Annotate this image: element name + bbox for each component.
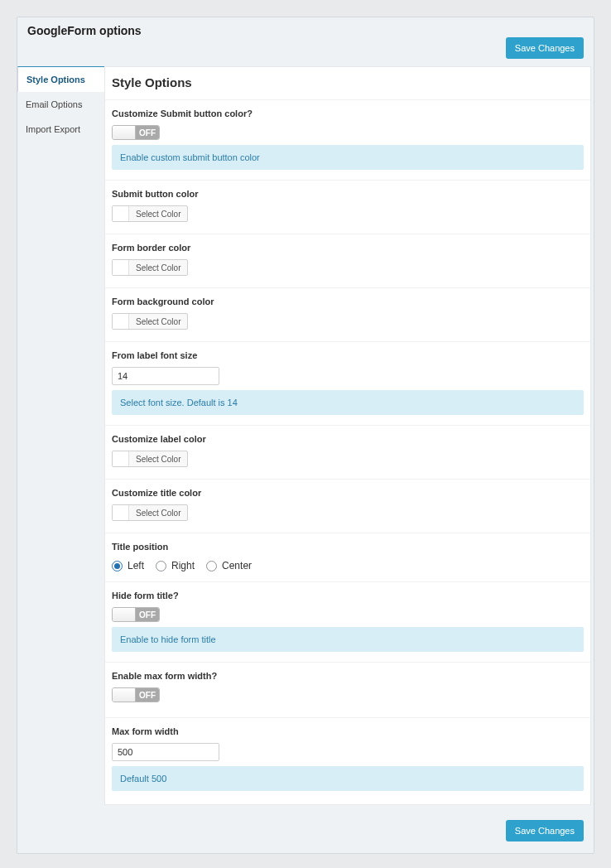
toggle-hide-title[interactable]: OFF — [112, 607, 160, 622]
label-title-position: Title position — [112, 542, 584, 552]
toggle-handle — [113, 126, 136, 139]
label-enable-max-width: Enable max form width? — [112, 671, 584, 681]
settings-tabs: Style Options Email Options Import Expor… — [17, 66, 104, 805]
tab-email-options[interactable]: Email Options — [17, 92, 104, 117]
select-color-label: Select Color — [129, 451, 187, 466]
color-swatch — [113, 505, 129, 520]
toggle-handle — [113, 608, 136, 621]
select-color-label: Select Color — [129, 505, 187, 520]
tab-style-options[interactable]: Style Options — [17, 66, 104, 92]
color-swatch — [113, 206, 129, 221]
label-max-width: Max form width — [112, 726, 584, 736]
radio-title-center[interactable]: Center — [206, 560, 252, 571]
toggle-state-off: OFF — [136, 688, 159, 702]
save-changes-bottom-button[interactable]: Save Changes — [506, 820, 584, 841]
label-bg-color: Form background color — [112, 297, 584, 306]
radio-label-center: Center — [222, 560, 252, 571]
label-title-color: Customize title color — [112, 488, 584, 498]
label-customize-submit: Customize Submit button color? — [112, 108, 584, 118]
toggle-handle — [113, 688, 136, 702]
label-submit-color: Submit button color — [112, 189, 584, 199]
toggle-state-off: OFF — [136, 608, 159, 621]
color-swatch — [113, 451, 129, 466]
color-picker-bg[interactable]: Select Color — [112, 313, 188, 330]
radio-label-right: Right — [171, 560, 195, 571]
help-customize-submit: Enable custom submit button color — [112, 145, 584, 170]
tab-import-export[interactable]: Import Export — [17, 117, 104, 142]
page-title: GoogleForm options — [27, 24, 584, 37]
radio-input-center[interactable] — [206, 561, 217, 571]
label-font-size: From label font size — [112, 350, 584, 360]
radio-input-left[interactable] — [112, 561, 123, 571]
help-hide-title: Enable to hide form title — [112, 627, 584, 652]
toggle-customize-submit[interactable]: OFF — [112, 125, 160, 140]
select-color-label: Select Color — [129, 206, 187, 221]
select-color-label: Select Color — [129, 260, 187, 275]
color-swatch — [113, 260, 129, 275]
select-color-label: Select Color — [129, 314, 187, 329]
toggle-state-off: OFF — [136, 126, 159, 139]
label-label-color: Customize label color — [112, 434, 584, 444]
color-swatch — [113, 314, 129, 329]
radio-input-right[interactable] — [156, 561, 166, 571]
color-picker-title[interactable]: Select Color — [112, 504, 188, 521]
radio-title-right[interactable]: Right — [156, 560, 195, 571]
color-picker-border[interactable]: Select Color — [112, 259, 188, 276]
radio-title-left[interactable]: Left — [112, 560, 144, 571]
save-changes-top-button[interactable]: Save Changes — [506, 37, 584, 59]
label-border-color: Form border color — [112, 243, 584, 253]
label-hide-title: Hide form title? — [112, 591, 584, 600]
color-picker-label[interactable]: Select Color — [112, 451, 188, 467]
input-label-font-size[interactable] — [112, 367, 219, 385]
section-heading: Style Options — [105, 67, 590, 99]
help-font-size: Select font size. Default is 14 — [112, 390, 584, 415]
radio-label-left: Left — [127, 560, 144, 571]
help-max-width: Default 500 — [112, 766, 584, 791]
input-max-width[interactable] — [112, 743, 219, 761]
color-picker-submit[interactable]: Select Color — [112, 205, 188, 222]
toggle-enable-max-width[interactable]: OFF — [112, 687, 160, 702]
